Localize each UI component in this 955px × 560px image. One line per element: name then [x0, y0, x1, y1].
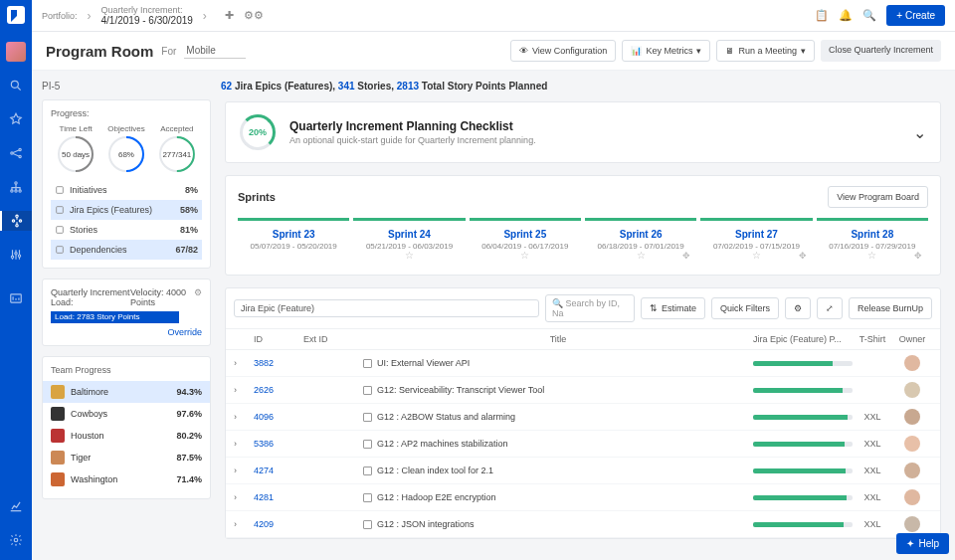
- move-icon[interactable]: ✥: [682, 251, 690, 261]
- team-row[interactable]: Washington71.4%: [51, 468, 202, 490]
- user-avatar[interactable]: [6, 42, 26, 62]
- portfolio-crumb[interactable]: Portfolio:: [42, 11, 78, 21]
- team-row[interactable]: Baltimore94.3%: [43, 381, 210, 403]
- owner-avatar[interactable]: [904, 463, 920, 478]
- view-config-button[interactable]: 👁View Configuration: [510, 40, 616, 62]
- team-row[interactable]: Cowboys97.6%: [51, 403, 202, 425]
- hierarchy-icon[interactable]: [0, 177, 32, 197]
- sprints-title: Sprints: [238, 191, 276, 203]
- epic-id-link[interactable]: 4096: [254, 412, 303, 422]
- sprint-column[interactable]: Sprint 2707/02/2019 - 07/15/2019☆✥: [700, 218, 812, 251]
- sprint-column[interactable]: Sprint 2506/04/2019 - 06/17/2019☆: [470, 218, 581, 251]
- epic-id-link[interactable]: 4209: [254, 519, 303, 529]
- epic-summary: 62 Jira Epics (Features), 341 Stories, 2…: [221, 81, 941, 92]
- bookmark-icon[interactable]: [363, 413, 372, 422]
- release-burnup-button[interactable]: Release BurnUp: [849, 297, 932, 319]
- topbar: Portfolio: › Quarterly Increment:4/1/201…: [32, 0, 955, 32]
- table-row: ›4209G12 : JSON integrationsXXL: [226, 511, 940, 538]
- chevron-down-icon[interactable]: ⌄: [913, 123, 926, 142]
- expand-row-icon[interactable]: ›: [234, 385, 254, 395]
- run-meeting-button[interactable]: 🖥Run a Meeting▾: [716, 40, 815, 62]
- clipboard-icon[interactable]: 📋: [815, 9, 829, 22]
- search-icon[interactable]: 🔍: [862, 9, 876, 22]
- expand-row-icon[interactable]: ›: [234, 466, 254, 475]
- expand-row-icon[interactable]: ›: [234, 358, 254, 368]
- expand-row-icon[interactable]: ›: [234, 412, 254, 422]
- plus-icon[interactable]: ✚: [225, 9, 234, 22]
- create-button[interactable]: + Create: [886, 5, 945, 26]
- gear-icon[interactable]: [0, 530, 32, 550]
- bookmark-icon[interactable]: [363, 493, 372, 502]
- svg-point-8: [16, 215, 18, 217]
- svg-point-6: [15, 190, 17, 192]
- key-metrics-button[interactable]: 📊Key Metrics▾: [622, 40, 710, 62]
- quick-filters-button[interactable]: Quick Filters: [711, 297, 779, 319]
- search-input[interactable]: 🔍 Search by ID, Na: [545, 294, 635, 322]
- star-icon[interactable]: ☆: [520, 250, 529, 261]
- sprint-column[interactable]: Sprint 2405/21/2019 - 06/03/2019☆: [353, 218, 465, 251]
- bell-icon[interactable]: 🔔: [839, 9, 853, 22]
- epic-id-link[interactable]: 4281: [254, 492, 303, 502]
- chart-icon[interactable]: [0, 496, 32, 516]
- owner-avatar[interactable]: [904, 489, 920, 505]
- help-button[interactable]: ✦ Help: [896, 533, 949, 554]
- epic-id-link[interactable]: 2626: [254, 385, 303, 395]
- epic-id-link[interactable]: 5386: [254, 439, 303, 449]
- network-icon[interactable]: [0, 143, 32, 163]
- move-icon[interactable]: ✥: [799, 251, 807, 261]
- app-logo[interactable]: [7, 6, 25, 24]
- epic-id-link[interactable]: 3882: [254, 358, 303, 368]
- dashboard-icon[interactable]: [0, 288, 32, 308]
- sprint-column[interactable]: Sprint 2807/16/2019 - 07/29/2019☆✥: [817, 218, 928, 251]
- move-icon[interactable]: ✥: [914, 251, 922, 261]
- close-qi-button[interactable]: Close Quarterly Increment: [821, 40, 941, 62]
- owner-avatar[interactable]: [904, 382, 920, 398]
- owner-avatar[interactable]: [904, 516, 920, 532]
- filter-select[interactable]: Jira Epic (Feature): [234, 299, 539, 317]
- bookmark-icon[interactable]: [363, 520, 372, 529]
- epic-title: G12 : AP2 machines stabilization: [377, 439, 508, 449]
- estimate-button[interactable]: ⇅Estimate: [641, 297, 705, 319]
- svg-point-0: [11, 81, 18, 88]
- sprint-column[interactable]: Sprint 2305/07/2019 - 05/20/2019: [238, 218, 349, 251]
- star-icon[interactable]: ☆: [405, 250, 414, 261]
- owner-avatar[interactable]: [904, 436, 920, 452]
- settings-icon[interactable]: ⚙: [785, 297, 811, 319]
- program-select[interactable]: Mobile: [184, 43, 245, 59]
- star-icon[interactable]: ☆: [867, 250, 876, 261]
- override-link[interactable]: Override: [51, 327, 202, 337]
- search-icon[interactable]: [0, 76, 32, 95]
- expand-icon[interactable]: ⤢: [817, 297, 843, 319]
- initiatives-row[interactable]: Initiatives8%: [51, 180, 202, 200]
- svg-point-5: [11, 190, 13, 192]
- owner-avatar[interactable]: [904, 409, 920, 425]
- gears-icon[interactable]: ⚙⚙: [244, 9, 264, 22]
- expand-row-icon[interactable]: ›: [234, 519, 254, 529]
- star-icon[interactable]: ☆: [752, 250, 761, 261]
- org-icon[interactable]: [0, 211, 32, 231]
- epic-id-link[interactable]: 4274: [254, 466, 303, 475]
- expand-row-icon[interactable]: ›: [234, 492, 254, 502]
- expand-row-icon[interactable]: ›: [234, 439, 254, 449]
- epics-row[interactable]: Jira Epics (Features)58%: [51, 200, 202, 220]
- gear-icon[interactable]: ⚙: [194, 287, 202, 307]
- checklist-card[interactable]: 20% Quarterly Increment Planning Checkli…: [225, 101, 941, 163]
- bookmark-icon[interactable]: [363, 440, 372, 449]
- bookmark-icon[interactable]: [363, 386, 372, 395]
- sprint-column[interactable]: Sprint 2606/18/2019 - 07/01/2019☆✥: [585, 218, 696, 251]
- owner-avatar[interactable]: [904, 355, 920, 371]
- qi-crumb[interactable]: Quarterly Increment:4/1/2019 - 6/30/2019: [101, 5, 193, 26]
- deps-row[interactable]: Dependencies67/82: [51, 240, 202, 260]
- star-icon[interactable]: [0, 109, 32, 129]
- view-program-board-button[interactable]: View Program Board: [828, 186, 928, 208]
- stories-row[interactable]: Stories81%: [51, 220, 202, 240]
- page-header: Program Room For Mobile 👁View Configurat…: [32, 32, 955, 71]
- progress-ring: Time Left50 days: [58, 124, 94, 172]
- sliders-icon[interactable]: [0, 245, 32, 265]
- team-row[interactable]: Tiger87.5%: [51, 447, 202, 468]
- bookmark-icon[interactable]: [363, 467, 372, 475]
- star-icon[interactable]: ☆: [637, 250, 646, 261]
- svg-point-1: [11, 152, 13, 154]
- team-row[interactable]: Houston80.2%: [51, 425, 202, 447]
- bookmark-icon[interactable]: [363, 359, 372, 368]
